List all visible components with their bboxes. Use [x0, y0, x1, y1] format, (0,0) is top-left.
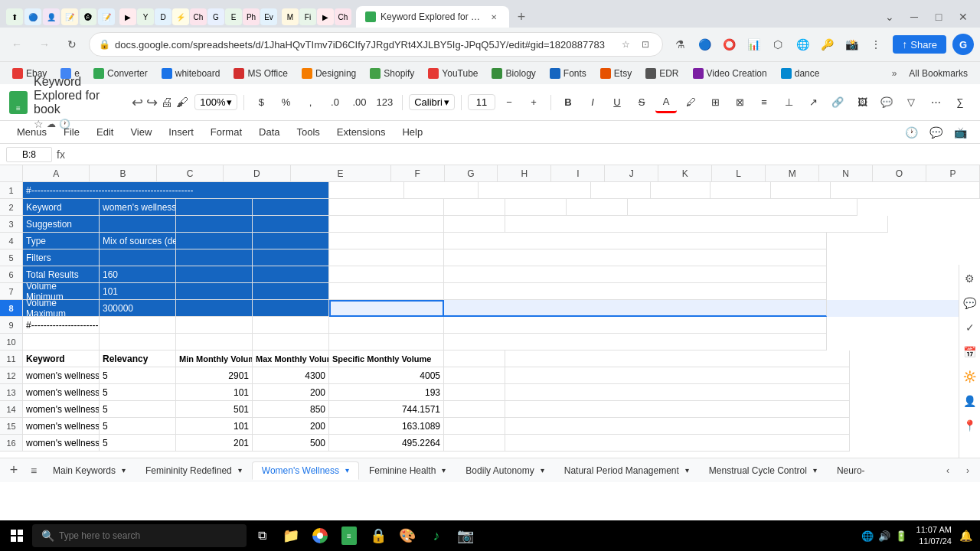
merge-button[interactable]: ⊠ [729, 92, 750, 113]
mini-tab-15[interactable]: Ev [260, 8, 277, 25]
cell-d8[interactable] [253, 300, 329, 317]
cell-b14[interactable]: 5 [100, 401, 176, 418]
link-button[interactable]: 🔗 [827, 92, 848, 113]
tab-natural-period[interactable]: Natural Period Management ▾ [554, 461, 699, 480]
pinned-tab-1[interactable]: ⬆ [6, 8, 23, 25]
cell-e13[interactable]: 193 [329, 384, 444, 401]
cell-c1[interactable] [329, 182, 404, 199]
cell-g16[interactable] [505, 435, 850, 452]
tab-feminine-health-dropdown[interactable]: ▾ [442, 466, 446, 474]
cell-f5[interactable] [444, 249, 827, 266]
col-header-c[interactable]: C [157, 165, 224, 182]
cell-f12[interactable] [444, 367, 505, 384]
menu-extensions[interactable]: Extensions [329, 123, 394, 141]
history-clock-icon[interactable]: 🕐 [900, 122, 922, 143]
col-header-m[interactable]: M [766, 165, 819, 182]
cell-g14[interactable] [505, 401, 850, 418]
cell-g1[interactable] [651, 182, 710, 199]
cell-a1[interactable]: #---------------------------------------… [23, 182, 329, 199]
tab-bodily-autonomy[interactable]: Bodily Autonomy ▾ [456, 461, 554, 480]
cell-b11[interactable]: Relevancy [100, 350, 176, 367]
cell-a6[interactable]: Total Results [23, 266, 100, 283]
formula-input[interactable] [70, 148, 974, 160]
bookmark-edr[interactable]: EDR [639, 67, 684, 80]
cell-a4[interactable]: Type [23, 233, 100, 249]
share-button[interactable]: ↑ Share [893, 35, 946, 54]
bookmark-dance[interactable]: dance [775, 67, 826, 80]
start-button[interactable] [3, 522, 31, 549]
mini-tab-8[interactable]: Y [137, 8, 154, 25]
cell-e3[interactable] [329, 216, 444, 233]
cell-e14[interactable]: 744.1571 [329, 401, 444, 418]
col-header-j[interactable]: J [605, 165, 658, 182]
search-labs-icon[interactable]: ⚗ [669, 34, 691, 55]
tab-neuro[interactable]: Neuro- [827, 461, 875, 480]
cell-c13[interactable]: 101 [176, 384, 253, 401]
menu-file[interactable]: File [56, 123, 87, 141]
cell-a16[interactable]: women's wellness clinic [23, 435, 100, 452]
cell-d3[interactable] [253, 216, 329, 233]
cell-f1[interactable] [591, 182, 651, 199]
cell-c6[interactable] [176, 266, 253, 283]
menu-insert[interactable]: Insert [161, 123, 201, 141]
font-size-increase-button[interactable]: + [523, 92, 544, 113]
cell-f3[interactable] [444, 216, 505, 233]
cell-e12[interactable]: 4005 [329, 367, 444, 384]
mini-tab-11[interactable]: Ch [190, 8, 207, 25]
cell-c10[interactable] [176, 334, 253, 350]
extension-icon-2[interactable]: ⭕ [718, 34, 740, 55]
cell-b3[interactable] [100, 216, 176, 233]
cell-g13[interactable] [505, 384, 850, 401]
back-button[interactable]: ← [6, 34, 28, 55]
tab-list-button[interactable]: ⌄ [879, 6, 900, 28]
add-sheet-button[interactable]: + [3, 460, 24, 481]
col-header-f[interactable]: F [391, 165, 445, 182]
cell-f2[interactable] [444, 199, 505, 216]
cell-e8[interactable] [329, 300, 444, 317]
clock[interactable]: 11:07 AM 11/07/24 [916, 524, 952, 548]
cell-c11[interactable]: Min Monthly Volume [176, 350, 253, 367]
active-tab[interactable]: Keyword Explored for book - Google Sheet… [356, 6, 509, 28]
network-icon[interactable]: 🌐 [861, 530, 874, 542]
mini-tab-7[interactable]: ▶ [119, 8, 136, 25]
paint-format-icon[interactable]: 🖌 [176, 96, 188, 109]
format-number-button[interactable]: 123 [373, 92, 396, 113]
cell-d9[interactable] [253, 317, 329, 334]
camera-icon[interactable]: 📷 [452, 522, 479, 549]
bookmark-video-creation[interactable]: Video Creation [687, 67, 773, 80]
bookmark-msoffice[interactable]: MS Office [227, 67, 293, 80]
cell-e16[interactable]: 495.2264 [329, 435, 444, 452]
cell-c3[interactable] [176, 216, 253, 233]
col-header-o[interactable]: O [873, 165, 926, 182]
bookmark-designing[interactable]: Designing [296, 67, 362, 80]
cell-f8[interactable] [444, 300, 827, 317]
cell-e15[interactable]: 163.1089 [329, 418, 444, 435]
sheets-taskbar-icon[interactable]: ≡ [335, 522, 363, 549]
cell-d12[interactable]: 4300 [253, 367, 329, 384]
cell-reference-box[interactable]: B:8 [6, 147, 52, 162]
cell-e2[interactable] [329, 199, 444, 216]
zoom-selector[interactable]: 100% ▾ [194, 94, 237, 110]
tab-womens-wellness-dropdown[interactable]: ▾ [345, 466, 349, 474]
cell-f16[interactable] [444, 435, 505, 452]
pinned-tab-4[interactable]: 📝 [61, 8, 78, 25]
cell-c8[interactable] [176, 300, 253, 317]
col-header-a[interactable]: A [23, 165, 90, 182]
cell-f4[interactable] [444, 233, 827, 249]
font-color-button[interactable]: A [655, 92, 677, 113]
comment-button[interactable]: 💬 [876, 92, 897, 113]
menu-format[interactable]: Format [203, 123, 250, 141]
cell-d2[interactable] [253, 199, 329, 216]
maximize-button[interactable]: □ [928, 6, 949, 28]
menu-help[interactable]: Help [394, 123, 430, 141]
cell-d6[interactable] [253, 266, 329, 283]
print-icon[interactable]: 🖨 [161, 96, 173, 109]
extension-icon-7[interactable]: 📸 [841, 34, 862, 55]
cell-e4[interactable] [329, 233, 444, 249]
mini-tab-13[interactable]: E [225, 8, 242, 25]
cell-c5[interactable] [176, 249, 253, 266]
cell-a11[interactable]: Keyword [23, 350, 100, 367]
cell-b9[interactable] [100, 317, 176, 334]
mini-tab-9[interactable]: D [155, 8, 172, 25]
cell-f9[interactable] [444, 317, 827, 334]
